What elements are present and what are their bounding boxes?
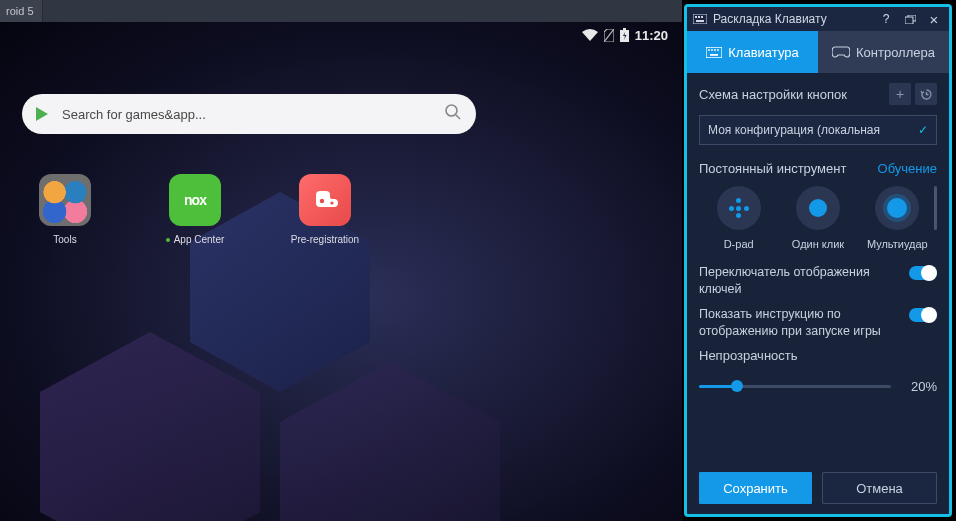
- svg-rect-13: [706, 47, 722, 58]
- toggle-instruction-switch[interactable]: [909, 308, 937, 322]
- svg-rect-11: [696, 20, 704, 22]
- tab-label: Клавиатура: [728, 45, 798, 60]
- tool-single-click[interactable]: Один клик: [779, 186, 857, 250]
- permanent-tool-label: Постоянный инструмент: [699, 161, 846, 176]
- appcenter-icon: nox: [169, 174, 221, 226]
- learn-link[interactable]: Обучение: [878, 161, 937, 176]
- svg-point-5: [320, 199, 324, 203]
- svg-point-6: [330, 201, 333, 204]
- svg-line-4: [456, 115, 460, 119]
- tool-row: D-pad Один клик Мультиудар: [699, 186, 937, 250]
- svg-point-15: [711, 49, 713, 51]
- tab-controller[interactable]: Контроллера: [818, 31, 949, 73]
- emulator-topbar: roid 5: [0, 0, 682, 22]
- save-button[interactable]: Сохранить: [699, 472, 812, 504]
- search-icon[interactable]: [444, 103, 462, 125]
- svg-rect-10: [701, 16, 703, 18]
- cancel-button[interactable]: Отмена: [822, 472, 937, 504]
- single-click-icon: [796, 186, 840, 230]
- help-button[interactable]: ?: [877, 11, 895, 27]
- opacity-slider[interactable]: [699, 385, 891, 388]
- prereg-icon: [299, 174, 351, 226]
- app-prereg[interactable]: Pre-registration: [260, 174, 390, 245]
- app-label: Tools: [53, 234, 76, 245]
- tab-label: Контроллера: [856, 45, 935, 60]
- battery-charging-icon: [620, 28, 629, 42]
- tab-keyboard[interactable]: Клавиатура: [687, 31, 818, 73]
- emulator-tab[interactable]: roid 5: [0, 0, 43, 22]
- tool-label: D-pad: [724, 238, 754, 250]
- panel-tabs: Клавиатура Контроллера: [687, 31, 949, 73]
- scheme-label: Схема настройки кнопок: [699, 87, 847, 102]
- app-label: Pre-registration: [291, 234, 359, 245]
- play-store-icon: [36, 107, 48, 121]
- svg-rect-2: [623, 28, 626, 30]
- check-icon: ✓: [918, 123, 928, 137]
- svg-rect-7: [693, 14, 707, 24]
- notification-dot: [166, 238, 170, 242]
- tool-label: Один клик: [792, 238, 844, 250]
- toggle-keys-label: Переключатель отображения ключей: [699, 264, 901, 298]
- emulator-screen: 11:20 Search for games&app... Tools nox …: [0, 22, 682, 521]
- tool-label: Мультиудар: [867, 238, 928, 250]
- svg-rect-8: [695, 16, 697, 18]
- keyboard-icon: [706, 47, 722, 58]
- wifi-icon: [582, 29, 598, 41]
- controller-icon: [832, 46, 850, 58]
- wallpaper-shape: [280, 362, 500, 521]
- config-value: Моя конфигурация (локальная: [708, 123, 880, 137]
- android-status-bar: 11:20: [0, 22, 682, 48]
- svg-point-3: [446, 105, 457, 116]
- dpad-icon: [717, 186, 761, 230]
- close-button[interactable]: ×: [925, 11, 943, 27]
- toggle-keys-switch[interactable]: [909, 266, 937, 280]
- panel-body: Схема настройки кнопок + Моя конфигураци…: [687, 73, 949, 462]
- tool-multi-strike[interactable]: Мультиудар: [858, 186, 936, 250]
- panel-titlebar: Раскладка Клавиату ? ×: [687, 7, 949, 31]
- config-select[interactable]: Моя конфигурация (локальная ✓: [699, 115, 937, 145]
- opacity-label: Непрозрачность: [699, 348, 937, 363]
- panel-footer: Сохранить Отмена: [687, 462, 949, 514]
- search-placeholder: Search for games&app...: [62, 107, 444, 122]
- app-appcenter[interactable]: nox App Center: [130, 174, 260, 245]
- keyboard-layout-panel: Раскладка Клавиату ? × Клавиатура Контро…: [684, 4, 952, 517]
- restore-button[interactable]: [901, 11, 919, 27]
- keyboard-icon: [693, 14, 707, 24]
- svg-point-14: [708, 49, 710, 51]
- svg-point-17: [717, 49, 719, 51]
- svg-rect-12: [905, 17, 913, 24]
- add-config-button[interactable]: +: [889, 83, 911, 105]
- tool-dpad[interactable]: D-pad: [700, 186, 778, 250]
- app-tools[interactable]: Tools: [0, 174, 130, 245]
- svg-point-16: [714, 49, 716, 51]
- opacity-value: 20%: [903, 379, 937, 394]
- search-bar[interactable]: Search for games&app...: [22, 94, 476, 134]
- scrollbar[interactable]: [934, 186, 937, 230]
- sim-icon: [604, 29, 614, 42]
- status-time: 11:20: [635, 28, 668, 43]
- panel-title-text: Раскладка Клавиату: [713, 12, 827, 26]
- app-label: App Center: [166, 234, 225, 245]
- svg-rect-18: [710, 54, 718, 56]
- tools-folder-icon: [39, 174, 91, 226]
- svg-rect-9: [698, 16, 700, 18]
- slider-thumb[interactable]: [731, 380, 743, 392]
- history-config-button[interactable]: [915, 83, 937, 105]
- home-apps-row: Tools nox App Center Pre-registration: [0, 174, 390, 245]
- multi-strike-icon: [875, 186, 919, 230]
- toggle-instruction-label: Показать инструкцию по отображению при з…: [699, 306, 901, 340]
